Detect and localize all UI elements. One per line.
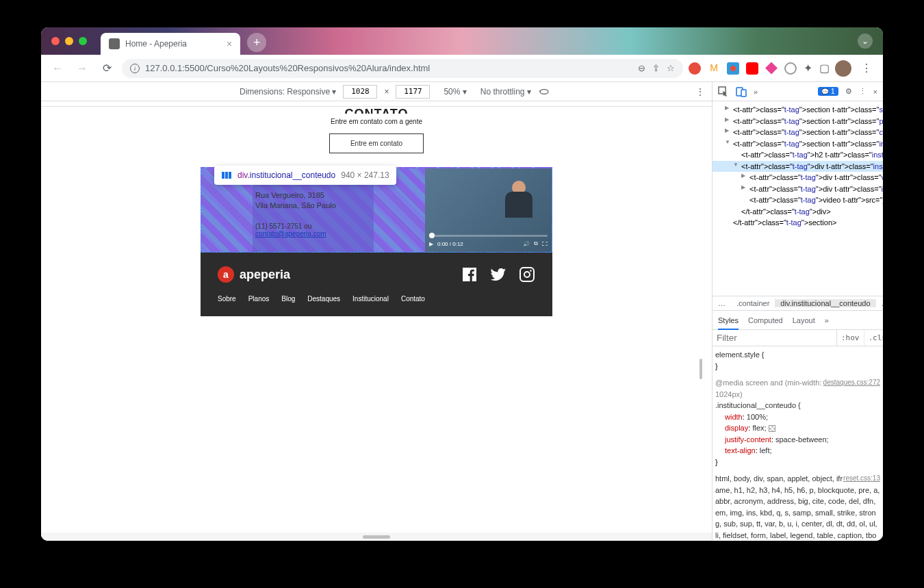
facebook-icon[interactable] xyxy=(461,266,478,283)
css-property[interactable]: text-align: left; xyxy=(715,445,880,457)
rendered-page: CONTATO Entre em contato com a gente Ent… xyxy=(201,107,552,316)
fullscreen-icon[interactable]: ⛶ xyxy=(542,241,548,247)
css-property[interactable]: width: 100%; xyxy=(715,411,880,423)
devtools-menu[interactable]: ⋮ xyxy=(859,87,867,96)
footer-logo[interactable]: a apeperia xyxy=(218,266,290,283)
play-icon[interactable]: ▶ xyxy=(429,241,433,247)
minimize-window-button[interactable] xyxy=(65,37,73,45)
footer-nav-link[interactable]: Blog xyxy=(281,295,295,303)
footer-nav-link[interactable]: Contato xyxy=(401,295,425,303)
element-node[interactable]: ▶<t-attr">class="t-tag">div t-attr">clas… xyxy=(713,183,883,195)
width-input[interactable] xyxy=(343,85,377,99)
panel-overflow[interactable]: » xyxy=(754,88,758,96)
inspect-icon[interactable] xyxy=(718,86,729,97)
profile-avatar[interactable] xyxy=(835,60,851,77)
element-node[interactable]: ▶<t-attr">class="t-tag">section t-attr">… xyxy=(713,116,883,127)
tab-layout[interactable]: Layout xyxy=(793,316,815,324)
extension-icon[interactable]: M xyxy=(708,62,720,75)
pip-icon[interactable]: ⧉ xyxy=(534,240,538,247)
extension-icon[interactable] xyxy=(727,62,739,75)
forward-button[interactable]: → xyxy=(73,59,92,78)
issues-badge[interactable]: 1 xyxy=(818,87,838,96)
new-tab-button[interactable]: + xyxy=(247,33,266,52)
close-devtools-button[interactable]: × xyxy=(873,88,877,96)
element-node[interactable]: </t-attr">class="t-tag">div> xyxy=(713,206,883,218)
flex-icon xyxy=(221,170,232,181)
tooltip-tag: div xyxy=(238,170,247,180)
zoom-icon[interactable]: ⊖ xyxy=(638,63,645,73)
media-query: @media screen and (min-width: 1024px) xyxy=(715,379,821,398)
element-node[interactable]: ▼<t-attr">class="t-tag">section t-attr">… xyxy=(713,138,883,150)
hov-button[interactable]: :hov xyxy=(837,330,864,346)
twitter-icon[interactable] xyxy=(490,266,506,283)
window-menu-button[interactable] xyxy=(858,34,873,49)
browser-menu-button[interactable]: ⋮ xyxy=(857,59,876,78)
rule-source-link[interactable]: destaques.css:272 xyxy=(823,377,880,387)
breadcrumb-item[interactable]: div.institucional__conteudo xyxy=(775,299,875,307)
viewport-scrollbar[interactable] xyxy=(700,107,706,527)
rule-source-link[interactable]: reset.css:13 xyxy=(843,473,880,483)
contato-section: CONTATO Entre em contato com a gente Ent… xyxy=(201,107,552,167)
element-node[interactable]: </t-attr">class="t-tag">section> xyxy=(713,217,883,229)
share-icon[interactable]: ⇧ xyxy=(652,63,660,73)
element-node[interactable]: <t-attr">class="t-tag">video t-attr">src… xyxy=(713,194,883,206)
device-toolbar-menu[interactable]: ⋮ xyxy=(695,86,705,97)
cls-button[interactable]: .cls xyxy=(864,330,884,346)
youtube-icon[interactable] xyxy=(746,62,758,75)
zoom-dropdown[interactable]: 50% ▾ xyxy=(444,87,466,97)
maximize-window-button[interactable] xyxy=(79,37,87,45)
horizontal-scrollbar[interactable] xyxy=(41,533,712,541)
browser-window: Home - Apeperia × + ← → ⟳ i 127.0.0.1:55… xyxy=(41,27,883,541)
extension-icon[interactable] xyxy=(784,62,797,75)
breadcrumb-item[interactable]: .container xyxy=(731,299,775,307)
device-mode-icon[interactable] xyxy=(736,86,747,97)
filter-input[interactable] xyxy=(713,330,836,346)
element-node[interactable]: ▶<t-attr">class="t-tag">section t-attr">… xyxy=(713,127,883,138)
volume-icon[interactable]: 🔊 xyxy=(523,241,530,247)
content-area: Dimensions: Responsive ▾ × 50% ▾ No thro… xyxy=(41,82,883,541)
email-link[interactable]: contato@apeperia.com xyxy=(255,230,371,238)
bookmark-icon[interactable]: ☆ xyxy=(667,63,675,73)
css-property[interactable]: justify-content: space-between; xyxy=(715,434,880,446)
tab-styles[interactable]: Styles xyxy=(718,316,739,330)
close-window-button[interactable] xyxy=(51,37,60,45)
footer-nav-link[interactable]: Sobre xyxy=(218,295,236,303)
styles-pane[interactable]: element.style { } destaques.css:272 @med… xyxy=(713,346,883,541)
back-button[interactable]: ← xyxy=(48,59,67,78)
element-style-selector[interactable]: element.style { xyxy=(715,350,765,359)
dimensions-dropdown[interactable]: Dimensions: Responsive ▾ xyxy=(240,87,336,97)
tab-computed[interactable]: Computed xyxy=(748,316,783,324)
rule-selector[interactable]: .institucional__conteudo { xyxy=(715,401,801,409)
settings-icon[interactable]: ⚙ xyxy=(845,87,852,96)
rotate-icon[interactable] xyxy=(538,86,550,98)
cast-icon[interactable]: ▢ xyxy=(819,62,830,75)
element-node[interactable]: ▼<t-attr">class="t-tag">div t-attr">clas… xyxy=(713,161,883,172)
social-links xyxy=(461,266,535,283)
extension-icon[interactable] xyxy=(765,62,778,75)
tabs-overflow[interactable]: » xyxy=(825,316,829,324)
breadcrumb[interactable]: … .container div.institucional__conteudo… xyxy=(713,296,883,311)
contato-button[interactable]: Entre em contato xyxy=(329,133,424,153)
footer-nav-link[interactable]: Planos xyxy=(248,295,270,303)
video-element[interactable]: ▶ 0:00 / 0:12 🔊 ⧉ ⛶ xyxy=(425,168,552,252)
element-node[interactable]: ▶<t-attr">class="t-tag">section t-attr">… xyxy=(713,104,883,116)
throttling-dropdown[interactable]: No throttling ▾ xyxy=(480,87,531,97)
extension-icon[interactable] xyxy=(689,62,701,75)
breadcrumb-more[interactable]: … xyxy=(713,299,731,307)
browser-tab[interactable]: Home - Apeperia × xyxy=(101,33,240,55)
address-bar[interactable]: i 127.0.0.1:5500/Curso%20Layouts%20Respo… xyxy=(122,59,683,78)
tooltip-class: .institucional__conteudo xyxy=(247,170,335,180)
footer-nav-link[interactable]: Destaques xyxy=(307,295,340,303)
close-tab-button[interactable]: × xyxy=(227,38,232,49)
element-node[interactable]: <t-attr">class="t-tag">h2 t-attr">class=… xyxy=(713,149,883,161)
css-property[interactable]: display: flex; xyxy=(715,422,880,434)
site-info-icon[interactable]: i xyxy=(130,64,140,73)
breadcrumb-more[interactable]: … xyxy=(876,299,883,307)
height-input[interactable] xyxy=(396,85,430,99)
footer-nav-link[interactable]: Institucional xyxy=(352,295,389,303)
elements-tree[interactable]: ▶<t-attr">class="t-tag">section t-attr">… xyxy=(713,101,883,296)
reload-button[interactable]: ⟳ xyxy=(97,59,116,78)
extensions-menu-icon[interactable]: ✦ xyxy=(804,62,812,75)
element-node[interactable]: ▶<t-attr">class="t-tag">div t-attr">clas… xyxy=(713,172,883,183)
instagram-icon[interactable] xyxy=(519,266,535,283)
